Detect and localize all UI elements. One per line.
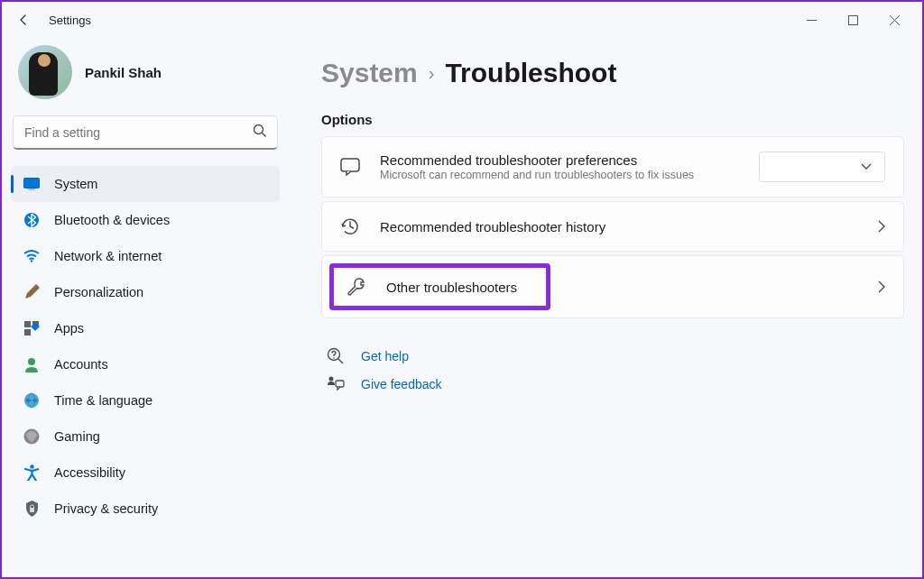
sidebar-item-label: Privacy & security [54, 501, 158, 516]
svg-rect-12 [24, 329, 31, 335]
gaming-icon [23, 428, 40, 445]
sidebar: Pankil Shah System Bluetooth & devices N… [2, 38, 289, 579]
maximize-icon [848, 15, 858, 25]
breadcrumb-parent[interactable]: System [321, 58, 418, 88]
avatar [18, 45, 72, 99]
sidebar-item-personalization[interactable]: Personalization [11, 274, 280, 310]
maximize-button[interactable] [832, 5, 873, 34]
privacy-icon [23, 501, 40, 517]
sidebar-item-time-language[interactable]: Time & language [11, 382, 280, 418]
accessibility-icon [23, 464, 40, 481]
footer-links: Get help Give feedback [321, 342, 904, 398]
sidebar-item-accounts[interactable]: Accounts [11, 346, 280, 382]
svg-rect-10 [24, 321, 31, 327]
minimize-button[interactable] [790, 5, 832, 34]
card-title: Recommended troubleshooter preferences [380, 152, 739, 168]
get-help-row: Get help [321, 342, 904, 371]
back-button[interactable] [9, 5, 38, 34]
wrench-icon [346, 277, 366, 297]
svg-point-14 [28, 358, 35, 365]
sidebar-item-label: Bluetooth & devices [54, 213, 170, 227]
search-wrap [13, 115, 278, 150]
chevron-right-icon [878, 220, 885, 233]
window-title: Settings [49, 14, 91, 27]
sidebar-item-label: System [54, 177, 97, 191]
sidebar-item-accessibility[interactable]: Accessibility [11, 455, 280, 491]
accounts-icon [23, 356, 40, 372]
search-icon [253, 124, 267, 142]
get-help-link[interactable]: Get help [361, 349, 409, 363]
feedback-icon [327, 376, 345, 392]
svg-point-4 [254, 125, 263, 134]
chat-icon [340, 158, 360, 176]
wifi-icon [23, 248, 40, 264]
svg-rect-24 [336, 381, 344, 387]
svg-rect-6 [24, 179, 40, 188]
minimize-icon [807, 15, 817, 25]
sidebar-item-system[interactable]: System [11, 166, 280, 202]
sidebar-item-label: Apps [54, 321, 84, 335]
titlebar: Settings [2, 2, 922, 38]
sidebar-item-label: Time & language [54, 393, 152, 408]
system-icon [23, 176, 40, 192]
username: Pankil Shah [85, 65, 162, 80]
sidebar-item-privacy[interactable]: Privacy & security [11, 491, 280, 527]
svg-rect-1 [848, 15, 857, 24]
arrow-left-icon [16, 13, 31, 27]
sidebar-item-label: Accounts [54, 357, 108, 372]
search-input[interactable] [13, 115, 278, 150]
sidebar-item-label: Network & internet [54, 249, 162, 263]
bluetooth-icon [23, 212, 40, 228]
card-other-troubleshooters[interactable]: Other troubleshooters [321, 255, 904, 318]
svg-point-9 [31, 260, 32, 262]
sidebar-item-label: Accessibility [54, 465, 125, 480]
give-feedback-link[interactable]: Give feedback [361, 377, 442, 391]
preferences-dropdown[interactable] [759, 152, 885, 182]
help-icon [327, 347, 345, 365]
history-icon [340, 216, 360, 236]
close-icon [890, 15, 900, 25]
breadcrumb-current: Troubleshoot [445, 58, 616, 88]
sidebar-item-label: Gaming [54, 429, 100, 444]
nav-list: System Bluetooth & devices Network & int… [11, 166, 280, 527]
content: System › Troubleshoot Options Recommende… [289, 38, 922, 579]
card-subtitle: Microsoft can recommend and run troubles… [380, 169, 739, 181]
section-header: Options [321, 112, 904, 127]
breadcrumb: System › Troubleshoot [321, 58, 904, 88]
svg-rect-20 [341, 159, 359, 171]
window-controls [790, 5, 915, 34]
close-button[interactable] [873, 5, 915, 34]
card-troubleshooter-preferences[interactable]: Recommended troubleshooter preferences M… [321, 136, 904, 198]
svg-point-23 [329, 377, 334, 381]
sidebar-item-network[interactable]: Network & internet [11, 238, 280, 274]
chevron-right-icon [878, 280, 885, 293]
apps-icon [23, 320, 40, 336]
highlight-box: Other troubleshooters [329, 263, 550, 310]
svg-point-18 [30, 464, 33, 468]
svg-rect-19 [30, 508, 34, 512]
sidebar-item-apps[interactable]: Apps [11, 310, 280, 346]
sidebar-item-gaming[interactable]: Gaming [11, 418, 280, 455]
give-feedback-row: Give feedback [321, 371, 904, 398]
time-language-icon [23, 392, 40, 409]
chevron-down-icon [861, 163, 872, 170]
card-title: Recommended troubleshooter history [380, 219, 858, 234]
svg-line-5 [263, 133, 266, 137]
personalization-icon [23, 284, 40, 300]
svg-point-22 [333, 357, 335, 359]
svg-rect-7 [28, 189, 35, 190]
sidebar-item-label: Personalization [54, 285, 143, 299]
card-title: Other troubleshooters [386, 280, 517, 295]
sidebar-item-bluetooth[interactable]: Bluetooth & devices [11, 202, 280, 238]
chevron-right-icon: › [429, 63, 435, 84]
profile[interactable]: Pankil Shah [11, 41, 280, 115]
card-troubleshooter-history[interactable]: Recommended troubleshooter history [321, 201, 904, 252]
